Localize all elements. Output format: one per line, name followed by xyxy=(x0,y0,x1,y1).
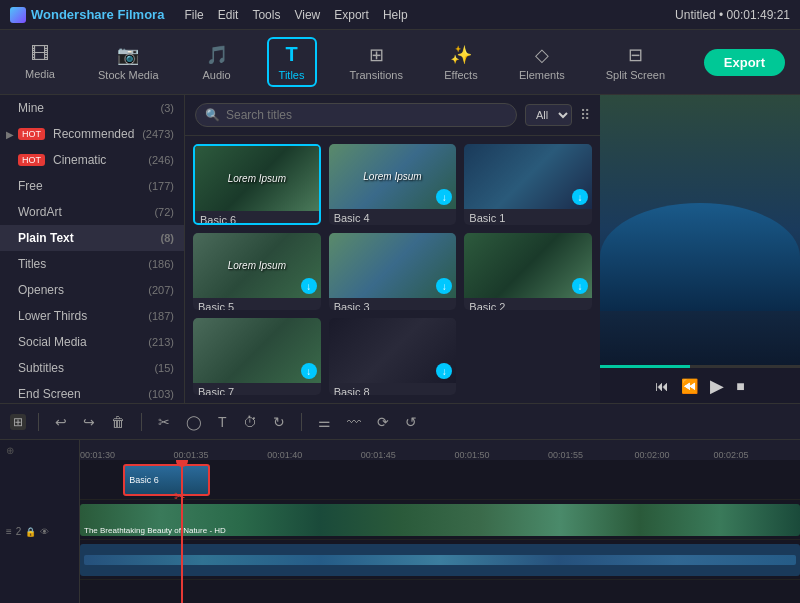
delete-button[interactable]: 🗑 xyxy=(107,412,129,432)
toolbar-transitions[interactable]: ⊞ Transitions xyxy=(342,40,411,85)
sidebar-openers-count: (207) xyxy=(148,284,174,296)
ripple-button[interactable]: ◯ xyxy=(182,412,206,432)
sidebar-item-openers[interactable]: Openers (207) xyxy=(0,277,184,303)
step-back-button[interactable]: ⏮ xyxy=(655,378,669,394)
ruler-mark-5: 00:01:55 xyxy=(548,450,583,460)
timer-button[interactable]: ⏱ xyxy=(239,412,261,432)
toolbar-stock-media-label: Stock Media xyxy=(98,69,159,81)
menu-view[interactable]: View xyxy=(294,8,320,22)
title-thumb-basic-7: ↓ xyxy=(193,318,321,383)
menu-export[interactable]: Export xyxy=(334,8,369,22)
app-name: Wondershare Filmora xyxy=(31,7,164,22)
title-card-basic-3[interactable]: ↓ Basic 3 xyxy=(329,233,457,310)
sidebar-recommended-count: (2473) xyxy=(142,128,174,140)
scissors-icon: ✂ xyxy=(174,488,186,504)
title-thumb-basic-3: ↓ xyxy=(329,233,457,298)
audio-clip[interactable] xyxy=(80,544,800,576)
clip-label: Basic 6 xyxy=(129,475,159,485)
title-label-basic-2: Basic 2 xyxy=(464,298,592,310)
toolbar-effects[interactable]: ✨ Effects xyxy=(436,40,486,85)
ruler-mark-1: 00:01:35 xyxy=(174,450,209,460)
sidebar-item-plain-text[interactable]: Plain Text (8) xyxy=(0,225,184,251)
toolbar-elements-label: Elements xyxy=(519,69,565,81)
title-thumb-basic-4: Lorem Ipsum ↓ xyxy=(329,144,457,209)
toolbar-titles[interactable]: T Titles xyxy=(267,37,317,87)
playhead[interactable]: ✂ xyxy=(181,460,183,603)
toolbar-split-screen[interactable]: ⊟ Split Screen xyxy=(598,40,673,85)
title-card-basic-2[interactable]: ↓ Basic 2 xyxy=(464,233,592,310)
recommended-arrow: ▶ xyxy=(6,129,14,140)
undo-button[interactable]: ↩ xyxy=(51,412,71,432)
ruler-mark-2: 00:01:40 xyxy=(267,450,302,460)
sidebar-item-mine[interactable]: Mine (3) xyxy=(0,95,184,121)
export-button[interactable]: Export xyxy=(704,49,785,76)
timeline-area: ⊞ ↩ ↪ 🗑 ✂ ◯ T ⏱ ↻ ⚌ 〰 ⟳ ↺ ⊕ 00:01:30 0 xyxy=(0,403,800,603)
video-clip-nature[interactable]: The Breathtaking Beauty of Nature - HD xyxy=(80,504,800,536)
title-thumb-basic-6: Lorem Ipsum xyxy=(195,146,319,211)
toolbar-elements[interactable]: ◇ Elements xyxy=(511,40,573,85)
media-icon: 🎞 xyxy=(31,44,49,65)
sidebar-item-lower-thirds[interactable]: Lower Thirds (187) xyxy=(0,303,184,329)
stop-button[interactable]: ■ xyxy=(736,378,744,394)
toolbar-titles-label: Titles xyxy=(279,69,305,81)
stock-media-icon: 📷 xyxy=(117,44,139,66)
download-icon-basic-7[interactable]: ↓ xyxy=(301,363,317,379)
cut-button[interactable]: ✂ xyxy=(154,412,174,432)
loop-button[interactable]: ↻ xyxy=(269,412,289,432)
play-back-button[interactable]: ⏪ xyxy=(681,378,698,394)
download-icon-basic-5[interactable]: ↓ xyxy=(301,278,317,294)
title-clip-basic6[interactable]: Basic 6 xyxy=(123,464,209,496)
toolbar-divider-3 xyxy=(301,413,302,431)
menu-file[interactable]: File xyxy=(184,8,203,22)
sidebar-item-free[interactable]: Free (177) xyxy=(0,173,184,199)
toolbar-effects-label: Effects xyxy=(444,69,477,81)
sidebar-item-recommended[interactable]: ▶ HOT Recommended (2473) xyxy=(0,121,184,147)
sidebar-social-media-label: Social Media xyxy=(18,335,87,349)
ruler-label-spacer: ⊕ xyxy=(0,440,80,460)
rotation-button[interactable]: ⟳ xyxy=(373,412,393,432)
menu-tools[interactable]: Tools xyxy=(252,8,280,22)
add-track-button[interactable]: ⊞ xyxy=(10,414,26,430)
sidebar-item-subtitles[interactable]: Subtitles (15) xyxy=(0,355,184,381)
title-thumb-basic-1: ↓ xyxy=(464,144,592,209)
download-icon-basic-1[interactable]: ↓ xyxy=(572,189,588,205)
download-icon-basic-8[interactable]: ↓ xyxy=(436,363,452,379)
preview-progress-bar-container[interactable] xyxy=(600,365,800,368)
search-input[interactable] xyxy=(195,103,517,127)
sidebar-item-end-screen[interactable]: End Screen (103) xyxy=(0,381,184,403)
sidebar-item-wordart[interactable]: WordArt (72) xyxy=(0,199,184,225)
sidebar-item-social-media[interactable]: Social Media (213) xyxy=(0,329,184,355)
title-card-basic-5[interactable]: Lorem Ipsum ↓ Basic 5 xyxy=(193,233,321,310)
toolbar-audio[interactable]: 🎵 Audio xyxy=(192,40,242,85)
app-logo-icon xyxy=(10,7,26,23)
redo-button[interactable]: ↪ xyxy=(79,412,99,432)
title-card-basic-7[interactable]: ↓ Basic 7 xyxy=(193,318,321,395)
sidebar-free-label: Free xyxy=(18,179,43,193)
ruler-mark-4: 00:01:50 xyxy=(454,450,489,460)
toolbar-transitions-label: Transitions xyxy=(350,69,403,81)
sidebar-titles-label: Titles xyxy=(18,257,46,271)
title-card-basic-1[interactable]: ↓ Basic 1 xyxy=(464,144,592,225)
title-card-basic-8[interactable]: ↓ Basic 8 xyxy=(329,318,457,395)
sidebar-end-screen-count: (103) xyxy=(148,388,174,400)
play-button[interactable]: ▶ xyxy=(710,375,724,397)
grid-view-icon[interactable]: ⠿ xyxy=(580,107,590,123)
download-icon-basic-2[interactable]: ↓ xyxy=(572,278,588,294)
toolbar-stock-media[interactable]: 📷 Stock Media xyxy=(90,40,167,85)
sidebar-item-titles[interactable]: Titles (186) xyxy=(0,251,184,277)
filter-select[interactable]: All xyxy=(525,104,572,126)
equalizer-button[interactable]: ⚌ xyxy=(314,412,335,432)
menu-edit[interactable]: Edit xyxy=(218,8,239,22)
ruler-mark-6: 00:02:00 xyxy=(634,450,669,460)
menu-help[interactable]: Help xyxy=(383,8,408,22)
waveform-button[interactable]: 〰 xyxy=(343,412,365,432)
sidebar-mine-count: (3) xyxy=(161,102,174,114)
title-card-basic-4[interactable]: Lorem Ipsum ↓ Basic 4 xyxy=(329,144,457,225)
toolbar-media[interactable]: 🎞 Media xyxy=(15,40,65,84)
title-card-basic-6[interactable]: Lorem Ipsum Basic 6 xyxy=(193,144,321,225)
reset-button[interactable]: ↺ xyxy=(401,412,421,432)
sidebar-item-cinematic[interactable]: HOT Cinematic (246) xyxy=(0,147,184,173)
app-logo: Wondershare Filmora xyxy=(10,7,164,23)
text-button[interactable]: T xyxy=(214,412,231,432)
download-icon-basic-3[interactable]: ↓ xyxy=(436,278,452,294)
